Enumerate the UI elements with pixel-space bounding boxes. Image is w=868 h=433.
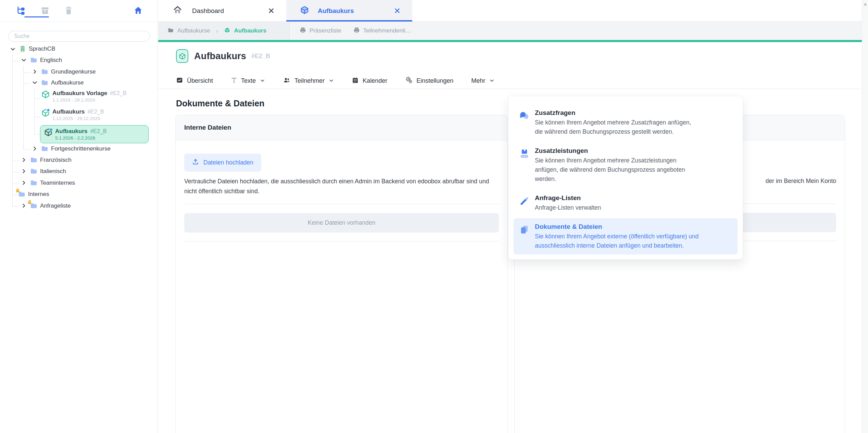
- breadcrumb-folder[interactable]: Aufbaukurse: [177, 27, 210, 34]
- tree-label: Aufbaukurse: [51, 79, 84, 86]
- tree-label: SprachCB: [29, 45, 55, 52]
- folder-icon: [41, 68, 49, 76]
- tree-label: Teaminternes: [40, 180, 75, 186]
- sidebar-item-aufbaukurse[interactable]: Aufbaukurse: [32, 79, 84, 87]
- chevron-down-icon[interactable]: [10, 46, 16, 52]
- archive-icon[interactable]: [40, 6, 50, 16]
- sidebar: SprachCB Englisch Grundlagenkurse Aufbau…: [0, 0, 158, 433]
- sidebar-item-sprachcb[interactable]: SprachCB: [10, 45, 55, 53]
- sidebar-item-internes[interactable]: Internes: [18, 190, 49, 198]
- sidebar-item-englisch[interactable]: Englisch: [21, 56, 62, 64]
- app-window: SprachCB Englisch Grundlagenkurse Aufbau…: [0, 0, 868, 433]
- nav-divider: [158, 89, 862, 89]
- chevron-down-icon[interactable]: [32, 80, 38, 86]
- tab-dashboard[interactable]: Dashboard ✕: [158, 0, 286, 22]
- chevron-right-icon[interactable]: [21, 168, 27, 174]
- chevron-right-icon[interactable]: [32, 69, 38, 75]
- search-input[interactable]: [8, 31, 150, 42]
- chevron-down-icon: [329, 78, 334, 84]
- calendar-icon: [352, 77, 359, 85]
- menu-item-zusatzleistungen[interactable]: Zusatzleistungen Sie können Ihrem Angebo…: [514, 142, 738, 188]
- folder-icon: [30, 56, 38, 64]
- accent-divider: [158, 40, 862, 42]
- tab-label: Dashboard: [192, 7, 266, 15]
- folder-icon: [167, 27, 174, 35]
- organization-icon: [19, 45, 26, 53]
- course-dates: 1.1.2024 - 29.1.2024: [52, 97, 126, 103]
- sidebar-item-anfrageliste[interactable]: Anfrageliste: [21, 202, 71, 210]
- tree-label: Grundlagenkurse: [51, 68, 96, 75]
- tree-label: Anfrageliste: [40, 202, 71, 209]
- close-tab-icon[interactable]: ✕: [266, 6, 277, 16]
- tree-view-icon[interactable]: [16, 6, 26, 17]
- services-box-icon: [519, 146, 530, 184]
- sidebar-item-aufbaukurs-vorlage[interactable]: Aufbaukurs Vorlage#E2_B 1.1.2024 - 29.1.…: [41, 90, 126, 103]
- sidebar-item-fortgeschrittenenkurse[interactable]: Fortgeschrittenenkurse: [32, 145, 111, 153]
- nav-mehr[interactable]: Mehr: [471, 77, 494, 84]
- upload-files-button[interactable]: Dateien hochladen: [184, 154, 261, 172]
- home-icon[interactable]: [134, 6, 143, 16]
- tree-label: Fortgeschrittenenkurse: [51, 145, 111, 152]
- nav-texte[interactable]: Texte: [231, 77, 265, 85]
- print-links: Präsenzliste Teilnehmendenli…: [290, 22, 419, 40]
- mehr-dropdown-menu: Zusatzfragen Sie können Ihrem Angebot me…: [508, 96, 743, 260]
- course-code: #E2_B: [90, 128, 106, 134]
- cube-icon: [224, 27, 230, 35]
- printer-icon: [299, 27, 306, 35]
- course-cube-icon: [41, 90, 50, 99]
- menu-item-anfrage-listen[interactable]: Anfrage-Listen Anfrage-Listen verwalten: [514, 189, 738, 216]
- print-link-praesenzliste[interactable]: Präsenzliste: [299, 27, 341, 35]
- tab-aufbaukurs-active[interactable]: Aufbaukurs ✕: [286, 0, 412, 22]
- pencil-icon: [519, 194, 530, 212]
- nav-einstellungen[interactable]: Einstellungen: [405, 76, 453, 85]
- print-link-teilnehmendenliste[interactable]: Teilnehmendenli…: [353, 27, 411, 35]
- home-tab-icon: [173, 5, 182, 16]
- sidebar-item-teaminternes[interactable]: Teaminternes: [21, 179, 75, 187]
- chevron-right-icon[interactable]: [21, 180, 27, 186]
- page-title: Aufbaukurs: [194, 51, 246, 62]
- page-scrollbar[interactable]: [862, 0, 868, 433]
- participants-icon: [283, 77, 291, 85]
- course-cube-icon: [44, 128, 53, 137]
- cube-tab-icon: [300, 5, 309, 16]
- lock-icon: [15, 188, 20, 194]
- sidebar-item-grundlagenkurse[interactable]: Grundlagenkurse: [32, 68, 96, 76]
- folder-icon: [30, 179, 38, 187]
- scrollbar-up-arrow[interactable]: [864, 3, 867, 5]
- sidebar-item-aufbaukurs-2026-selected[interactable]: Aufbaukurs#E2_B 5.1.2026 - 2.2.2026: [40, 125, 149, 143]
- chevron-down-icon: [260, 78, 265, 84]
- sidebar-item-franzoesisch[interactable]: Französisch: [21, 156, 72, 164]
- overview-chart-icon: [176, 77, 183, 85]
- chat-bubbles-icon: [519, 108, 530, 136]
- empty-state: Keine Dateien vorhanden: [184, 213, 499, 233]
- documents-icon: [519, 222, 530, 250]
- menu-item-zusatzfragen[interactable]: Zusatzfragen Sie können Ihrem Angebot me…: [514, 104, 738, 141]
- nav-kalender[interactable]: Kalender: [352, 77, 387, 85]
- chevron-right-icon[interactable]: [21, 157, 27, 163]
- chevron-right-icon[interactable]: [21, 203, 27, 209]
- sidebar-item-italienisch[interactable]: Italienisch: [21, 167, 66, 175]
- folder-icon: [30, 167, 38, 175]
- text-icon: [231, 77, 237, 85]
- menu-item-dokumente-dateien[interactable]: Dokumente & Dateien Sie können Ihrem Ang…: [514, 218, 738, 254]
- internal-files-description: Vertrauliche Dateien hochladen, die auss…: [184, 176, 496, 196]
- close-tab-icon[interactable]: ✕: [392, 6, 403, 16]
- sidebar-item-aufbaukurs-2025[interactable]: Aufbaukurs#E2_B 1.12.2025 - 29.12.2025: [41, 108, 104, 121]
- section-title: Dokumente & Dateien: [176, 99, 264, 108]
- breadcrumb-current[interactable]: Aufbaukurs: [234, 27, 266, 34]
- internal-files-card: Interne Dateien Dateien hochladen Vertra…: [175, 115, 508, 433]
- tree-label: Aufbaukurs Vorlage: [52, 90, 107, 97]
- nav-teilnehmer[interactable]: Teilnehmer: [283, 77, 334, 85]
- trash-icon[interactable]: [64, 6, 73, 16]
- breadcrumb: Aufbaukurse › Aufbaukurs: [158, 22, 290, 40]
- printer-icon: [353, 27, 360, 35]
- course-cube-icon: [41, 108, 50, 117]
- page-header: Aufbaukurs #E2_B: [176, 49, 270, 63]
- locked-folder-icon: [30, 202, 38, 210]
- folder-icon: [41, 79, 49, 87]
- chevron-down-icon[interactable]: [21, 57, 27, 63]
- chevron-right-icon[interactable]: [32, 146, 38, 152]
- tab-bar: Dashboard ✕ Aufbaukurs ✕: [158, 0, 862, 22]
- nav-uebersicht[interactable]: Übersicht: [176, 77, 213, 85]
- tree-label: Internes: [28, 191, 49, 198]
